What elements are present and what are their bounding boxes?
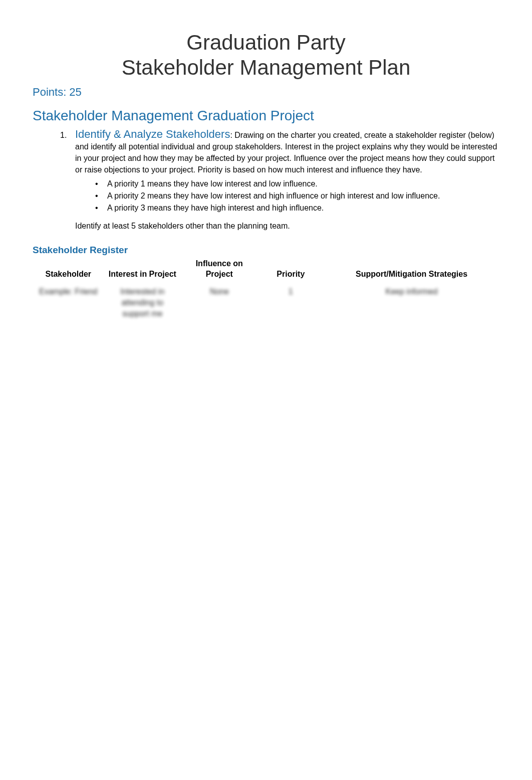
bullet-item: • A priority 2 means they have low inter…: [95, 190, 499, 202]
cell-support: Keep informed: [324, 283, 499, 331]
header-stakeholder: Stakeholder: [33, 257, 104, 284]
cell-interest: Interested in attending to support me: [104, 283, 181, 331]
bullet-item: • A priority 1 means they have low inter…: [95, 178, 499, 190]
bullet-dot-icon: •: [95, 202, 107, 214]
bullet-list: • A priority 1 means they have low inter…: [75, 178, 499, 214]
header-support: Support/Mitigation Strategies: [324, 257, 499, 284]
numbered-list: 1. Identify & Analyze Stakeholders: Draw…: [33, 128, 499, 241]
bullet-dot-icon: •: [95, 178, 107, 190]
header-influence: Influence on Project: [181, 257, 258, 284]
cell-influence: None: [181, 283, 258, 331]
bullet-text: A priority 2 means they have low interes…: [107, 190, 440, 202]
list-item-1: 1. Identify & Analyze Stakeholders: Draw…: [60, 128, 499, 241]
item-heading: Identify & Analyze Stakeholders: [75, 128, 230, 140]
document-title: Graduation Party Stakeholder Management …: [33, 30, 499, 81]
bullet-text: A priority 1 means they have low interes…: [107, 178, 318, 190]
header-interest: Interest in Project: [104, 257, 181, 284]
table-header-row: Stakeholder Interest in Project Influenc…: [33, 257, 499, 284]
bullet-dot-icon: •: [95, 190, 107, 202]
table-row: Example: Friend Interested in attending …: [33, 283, 499, 331]
list-content: Identify & Analyze Stakeholders: Drawing…: [75, 128, 499, 241]
title-line-2: Stakeholder Management Plan: [122, 56, 411, 79]
cell-stakeholder: Example: Friend: [33, 283, 104, 331]
bullet-text: A priority 3 means they have high intere…: [107, 202, 324, 214]
title-line-1: Graduation Party: [186, 31, 346, 54]
closing-text: Identify at least 5 stakeholders other t…: [75, 220, 499, 232]
section-heading: Stakeholder Management Graduation Projec…: [33, 108, 499, 124]
cell-priority: 1: [258, 283, 324, 331]
header-priority: Priority: [258, 257, 324, 284]
bullet-item: • A priority 3 means they have high inte…: [95, 202, 499, 214]
list-number: 1.: [60, 128, 75, 241]
stakeholder-register-table: Stakeholder Interest in Project Influenc…: [33, 257, 499, 331]
points-label: Points: 25: [33, 86, 499, 99]
register-heading: Stakeholder Register: [33, 245, 499, 256]
